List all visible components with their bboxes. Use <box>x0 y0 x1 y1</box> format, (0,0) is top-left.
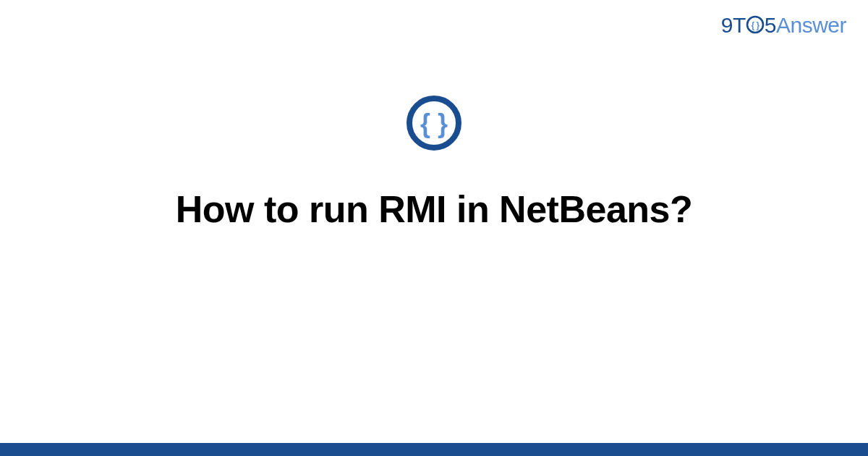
site-logo[interactable]: 9T{ }5Answer <box>721 13 846 38</box>
svg-text:{ }: { } <box>751 20 760 30</box>
site-header: 9T{ }5Answer <box>721 13 846 38</box>
logo-o-icon: { } <box>746 15 765 34</box>
footer-accent-bar <box>0 443 868 456</box>
svg-text:{ }: { } <box>420 109 448 138</box>
question-title: How to run RMI in NetBeans? <box>176 187 693 232</box>
logo-text-9t: 9T <box>721 13 746 37</box>
logo-text-answer: Answer <box>776 13 846 37</box>
main-content: { } How to run RMI in NetBeans? <box>0 94 868 232</box>
code-braces-icon: { } <box>405 94 463 152</box>
logo-text-5: 5 <box>765 13 776 37</box>
